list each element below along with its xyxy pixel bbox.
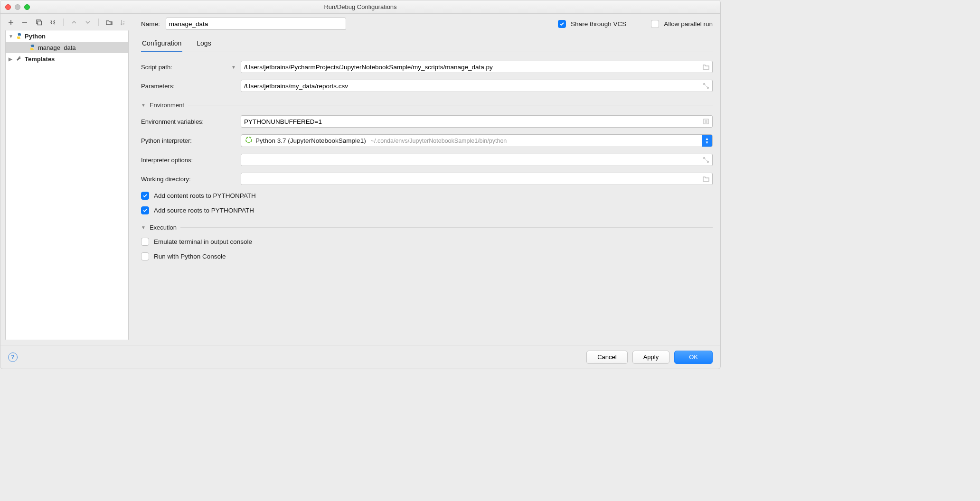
window-title: Run/Debug Configurations xyxy=(0,3,720,10)
chevron-down-icon: ▼ xyxy=(141,225,146,230)
environment-section-title: Environment xyxy=(150,102,184,109)
tree-node-label: Templates xyxy=(25,56,55,63)
run-with-console-checkbox[interactable] xyxy=(141,252,149,260)
run-with-console-row[interactable]: Run with Python Console xyxy=(141,252,713,260)
add-source-roots-label: Add source roots to PYTHONPATH xyxy=(154,207,254,214)
select-arrows-icon[interactable]: ▲▼ xyxy=(702,135,712,147)
workdir-input[interactable] xyxy=(241,173,713,185)
script-path-label: Script path: xyxy=(141,64,172,71)
move-down-button[interactable] xyxy=(84,19,92,26)
sort-button[interactable]: az xyxy=(119,19,127,26)
edit-templates-button[interactable] xyxy=(49,19,57,26)
tree-node-templates[interactable]: ▶ Templates xyxy=(6,53,128,65)
interpreter-path: ~/.conda/envs/JupyterNotebookSample1/bin… xyxy=(371,138,507,144)
tree-node-python[interactable]: ▼ Python xyxy=(6,30,128,42)
emulate-terminal-checkbox[interactable] xyxy=(141,238,149,246)
config-tree[interactable]: ▼ Python manage_data ▶ Templates xyxy=(5,30,129,340)
parallel-label: Allow parallel run xyxy=(664,20,713,28)
script-path-label-dropdown[interactable]: Script path: ▼ xyxy=(141,64,236,71)
execution-section-title: Execution xyxy=(150,224,177,231)
list-icon[interactable] xyxy=(702,118,710,125)
move-up-button[interactable] xyxy=(70,19,78,26)
copy-config-button[interactable] xyxy=(35,19,43,26)
share-label: Share through VCS xyxy=(571,20,626,28)
tab-logs[interactable]: Logs xyxy=(196,37,212,52)
python-icon xyxy=(15,32,23,40)
env-vars-input[interactable] xyxy=(241,115,713,128)
add-source-roots-checkbox[interactable] xyxy=(141,206,149,214)
tree-node-label: Python xyxy=(25,33,46,40)
svg-text:z: z xyxy=(123,22,124,25)
wrench-icon xyxy=(15,55,23,63)
script-path-input[interactable] xyxy=(241,61,713,73)
parallel-checkbox-row[interactable]: Allow parallel run xyxy=(651,20,713,28)
svg-rect-1 xyxy=(38,21,41,25)
add-content-roots-label: Add content roots to PYTHONPATH xyxy=(154,192,256,199)
python-circle-icon xyxy=(245,136,253,145)
add-content-roots-checkbox[interactable] xyxy=(141,192,149,200)
parameters-input[interactable] xyxy=(241,80,713,92)
name-input[interactable] xyxy=(166,18,346,30)
expand-icon[interactable] xyxy=(702,156,710,164)
tab-configuration[interactable]: Configuration xyxy=(141,37,182,52)
browse-folder-icon[interactable] xyxy=(702,175,710,183)
chevron-right-icon: ▶ xyxy=(9,56,13,62)
chevron-down-icon: ▼ xyxy=(141,102,146,108)
interpreter-name: Python 3.7 (JupyterNotebookSample1) xyxy=(255,137,366,144)
footer: ? Cancel Apply OK xyxy=(0,345,720,369)
emulate-terminal-row[interactable]: Emulate terminal in output console xyxy=(141,238,713,246)
environment-section-header[interactable]: ▼ Environment xyxy=(141,102,713,109)
run-with-console-label: Run with Python Console xyxy=(154,253,226,260)
section-divider xyxy=(180,227,713,228)
parallel-checkbox[interactable] xyxy=(651,20,659,28)
toolbar-separator xyxy=(98,19,99,26)
chevron-down-icon: ▼ xyxy=(231,65,236,70)
add-source-roots-row[interactable]: Add source roots to PYTHONPATH xyxy=(141,206,713,214)
apply-button[interactable]: Apply xyxy=(632,351,670,364)
interpreter-label: Python interpreter: xyxy=(141,137,236,144)
chevron-down-icon: ▼ xyxy=(9,34,13,39)
remove-config-button[interactable] xyxy=(21,19,29,26)
add-content-roots-row[interactable]: Add content roots to PYTHONPATH xyxy=(141,192,713,200)
interpreter-select[interactable]: Python 3.7 (JupyterNotebookSample1) ~/.c… xyxy=(241,134,713,147)
interp-options-label: Interpreter options: xyxy=(141,157,236,164)
parameters-label: Parameters: xyxy=(141,83,236,90)
execution-section-header[interactable]: ▼ Execution xyxy=(141,224,713,231)
titlebar: Run/Debug Configurations xyxy=(0,0,720,14)
expand-icon[interactable] xyxy=(702,82,710,90)
section-divider xyxy=(188,105,713,105)
tree-node-label: manage_data xyxy=(38,44,76,51)
add-config-button[interactable] xyxy=(7,19,15,26)
config-form: Script path: ▼ Parameters: ▼ Environ xyxy=(141,57,713,260)
share-checkbox-row[interactable]: Share through VCS xyxy=(558,20,626,28)
tree-node-manage-data[interactable]: manage_data xyxy=(6,42,128,53)
help-button[interactable]: ? xyxy=(8,353,18,362)
workdir-label: Working directory: xyxy=(141,176,236,183)
cancel-button[interactable]: Cancel xyxy=(586,351,627,364)
folder-config-button[interactable] xyxy=(105,19,113,26)
share-checkbox[interactable] xyxy=(558,20,566,28)
content-pane: Name: Share through VCS Allow parallel r… xyxy=(133,14,720,345)
python-icon xyxy=(28,44,36,51)
env-vars-label: Environment variables: xyxy=(141,118,236,125)
browse-folder-icon[interactable] xyxy=(702,63,710,71)
ok-button[interactable]: OK xyxy=(674,351,713,364)
sidebar: az ▼ Python manage_data ▶ Templates xyxy=(0,14,133,345)
tabs: Configuration Logs xyxy=(141,37,713,52)
emulate-terminal-label: Emulate terminal in output console xyxy=(154,238,252,245)
toolbar-separator xyxy=(63,19,64,26)
config-toolbar: az xyxy=(5,18,129,30)
name-label: Name: xyxy=(141,20,160,28)
svg-point-5 xyxy=(246,137,252,143)
interp-options-input[interactable] xyxy=(241,154,713,166)
